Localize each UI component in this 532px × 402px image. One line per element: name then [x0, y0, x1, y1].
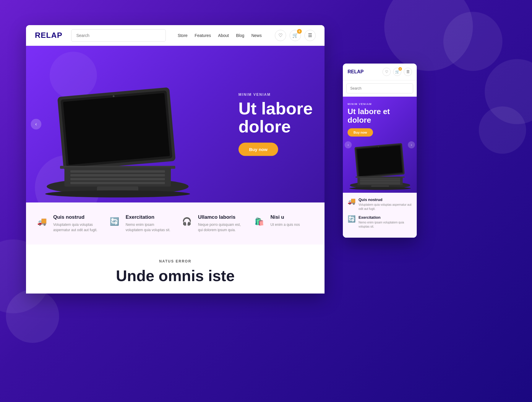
svg-point-26 — [349, 187, 411, 190]
svg-rect-10 — [70, 182, 165, 184]
mobile-heart-icon: ♡ — [385, 70, 388, 74]
mobile-hero-label: MINIM VENIAM — [348, 103, 412, 106]
mobile-features: 🚚 Quis nostrud Voluptatem quia voluptas … — [343, 193, 417, 238]
mobile-card: RELAP ♡ 🛒 0 ☰ ‹ › MINIM VENIAM Ut labore… — [343, 64, 417, 238]
mobile-search-bar — [343, 80, 417, 97]
svg-rect-21 — [360, 179, 400, 179]
svg-rect-2 — [63, 93, 170, 165]
support-icon: 🎧 — [180, 214, 194, 228]
heart-icon: ♡ — [278, 33, 283, 38]
desktop-bottom-section: NATUS ERROR Unde omnis iste — [26, 244, 325, 294]
mobile-logo: RELAP — [348, 69, 364, 74]
svg-rect-9 — [70, 178, 165, 180]
mobile-feature-item-1: 🔄 Exercitation Nemo enim ipsam voluptate… — [348, 215, 412, 229]
svg-rect-7 — [70, 170, 165, 173]
mobile-delivery-icon: 🚚 — [348, 197, 356, 205]
mobile-hero-title: Ut labore et dolore — [348, 107, 412, 124]
desktop-card: RELAP Store Features About Blog News ♡ 🛒… — [26, 25, 325, 294]
nav-link-store[interactable]: Store — [178, 33, 187, 38]
nav-link-features[interactable]: Features — [195, 33, 211, 38]
mobile-feature-text-1: Exercitation Nemo enim ipsam voluptatem … — [359, 215, 412, 229]
mobile-cart-badge: 0 — [398, 67, 402, 71]
cart-icon: 🛒 — [292, 33, 298, 38]
mobile-refresh-icon: 🔄 — [348, 215, 356, 223]
mobile-hero: ‹ › MINIM VENIAM Ut labore et dolore Buy… — [343, 97, 417, 193]
mobile-next-button[interactable]: › — [408, 141, 415, 148]
svg-rect-24 — [360, 183, 400, 184]
cart-badge: 0 — [297, 29, 302, 34]
mobile-prev-button[interactable]: ‹ — [345, 141, 352, 148]
mobile-menu-button[interactable]: ☰ — [404, 68, 412, 76]
feature-text-3: Nisi u Ut enim a quis nos — [270, 214, 300, 227]
desktop-hero: ‹ — [26, 46, 325, 202]
svg-rect-8 — [70, 174, 165, 176]
mobile-wishlist-button[interactable]: ♡ — [382, 68, 391, 76]
feature-text-2: Ullamco laboris Neque porro quisquam est… — [198, 214, 243, 233]
nav-link-blog[interactable]: Blog — [236, 33, 244, 38]
hero-prev-button[interactable]: ‹ — [31, 119, 41, 129]
feature-text-1: Exercitation Nemo enim ipsam voluptatem … — [126, 214, 171, 233]
mobile-menu-icon: ☰ — [406, 70, 410, 74]
hero-title: Ut labore dolore — [239, 100, 313, 136]
feature-item-1: 🔄 Exercitation Nemo enim ipsam voluptate… — [107, 214, 171, 233]
menu-button[interactable]: ☰ — [304, 30, 316, 41]
desktop-nav-icons: ♡ 🛒 0 ☰ — [275, 30, 316, 41]
feature-item-2: 🎧 Ullamco laboris Neque porro quisquam e… — [180, 214, 243, 233]
svg-point-13 — [45, 190, 190, 197]
hero-label: MINIM VENIAM — [239, 93, 313, 97]
desktop-features: 🚚 Quis nostrud Voluptatem quia voluptas … — [26, 202, 325, 244]
mobile-cart-button[interactable]: 🛒 0 — [393, 68, 401, 76]
mobile-navbar: RELAP ♡ 🛒 0 ☰ — [343, 64, 417, 80]
cart-button[interactable]: 🛒 0 — [290, 30, 301, 41]
svg-rect-23 — [360, 182, 400, 183]
desktop-nav-links: Store Features About Blog News — [178, 33, 262, 38]
delivery-icon: 🚚 — [35, 214, 49, 228]
mobile-feature-text-0: Quis nostrud Voluptatem quia voluptas as… — [359, 197, 412, 211]
mobile-nav-icons: ♡ 🛒 0 ☰ — [382, 68, 412, 76]
svg-rect-22 — [360, 180, 400, 181]
mobile-laptop-image — [348, 141, 412, 193]
hero-cta-button[interactable]: Buy now — [239, 142, 278, 156]
refresh-icon: 🔄 — [107, 214, 121, 228]
bg-decoration-4 — [6, 290, 59, 343]
wishlist-button[interactable]: ♡ — [275, 30, 286, 41]
bottom-title: Unde omnis iste — [35, 267, 316, 285]
svg-rect-16 — [357, 145, 403, 176]
bottom-label: NATUS ERROR — [35, 259, 316, 263]
mobile-cart-icon: 🛒 — [395, 70, 400, 74]
mobile-cta-button[interactable]: Buy now — [348, 128, 373, 137]
mobile-search-input[interactable] — [346, 83, 413, 93]
bag-icon: 🛍️ — [252, 214, 266, 228]
laptop-image: MacBook Pro — [44, 83, 192, 202]
mobile-feature-item-0: 🚚 Quis nostrud Voluptatem quia voluptas … — [348, 197, 412, 211]
feature-item-0: 🚚 Quis nostrud Voluptatem quia voluptas … — [35, 214, 98, 233]
desktop-logo: RELAP — [35, 31, 62, 40]
nav-link-about[interactable]: About — [218, 33, 229, 38]
hero-content: MINIM VENIAM Ut labore dolore Buy now — [239, 93, 313, 156]
desktop-search-input[interactable] — [71, 29, 166, 42]
bg-decoration-6 — [479, 106, 526, 154]
bg-decoration-2 — [443, 12, 502, 71]
feature-text-0: Quis nostrud Voluptatem quia voluptas as… — [53, 214, 98, 233]
feature-item-3: 🛍️ Nisi u Ut enim a quis nos — [252, 214, 316, 233]
nav-link-news[interactable]: News — [251, 33, 262, 38]
desktop-navbar: RELAP Store Features About Blog News ♡ 🛒… — [26, 25, 325, 46]
menu-icon: ☰ — [308, 33, 312, 38]
